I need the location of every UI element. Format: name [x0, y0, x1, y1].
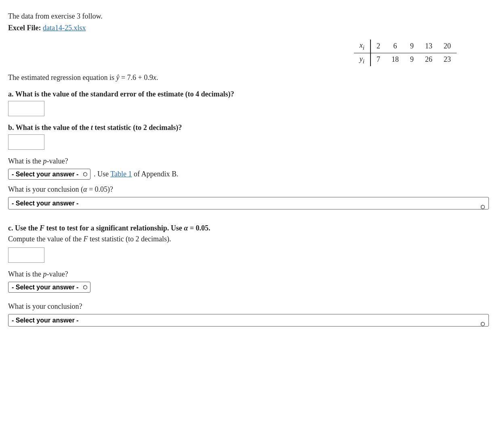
- p-value-b-select-wrapper: - Select your answer - p-value < 0.01 0.…: [8, 169, 91, 180]
- p-value-c-select-wrapper: - Select your answer - p-value < 0.01 0.…: [8, 282, 91, 293]
- table-row-x: xi 2 6 9 13 20: [354, 40, 457, 53]
- conclusion-c-select-wrapper: - Select your answer - Reject H₀ Do not …: [8, 314, 489, 334]
- table-header-xi: xi: [354, 40, 370, 53]
- part-b-input[interactable]: [8, 134, 44, 150]
- conclusion-b-select-wrapper: - Select your answer - Reject H₀ Do not …: [8, 197, 489, 217]
- p-value-b-label: What is the p-value?: [8, 157, 489, 165]
- p-value-b-section: What is the p-value? - Select your answe…: [8, 157, 489, 180]
- p-value-c-label: What is the p-value?: [8, 270, 489, 278]
- conclusion-b-select[interactable]: - Select your answer - Reject H₀ Do not …: [8, 197, 489, 209]
- part-b-label: b. What is the value of the t test stati…: [8, 124, 489, 132]
- table-cell-y1: 7: [370, 53, 386, 66]
- table-row-y: yi 7 18 9 26 23: [354, 53, 457, 66]
- table1-text: . Use Table 1 of Appendix B.: [94, 170, 178, 178]
- table-cell-y2: 18: [386, 53, 404, 66]
- intro-text: The data from exercise 3 follow.: [8, 12, 489, 21]
- data-table-section: xi 2 6 9 13 20 yi 7 18 9 26 23: [8, 40, 489, 66]
- p-value-c-section: What is the p-value? - Select your answe…: [8, 270, 489, 298]
- table-cell-x1: 2: [370, 40, 386, 53]
- conclusion-b-label: What is your conclusion (α = 0.05)?: [8, 185, 489, 194]
- part-b-question: What is the value of the t test statisti…: [16, 124, 182, 132]
- conclusion-b-section: What is your conclusion (α = 0.05)? - Se…: [8, 185, 489, 217]
- p-value-b-row: - Select your answer - p-value < 0.01 0.…: [8, 169, 489, 180]
- part-c-question2: Compute the value of the F test statisti…: [8, 235, 489, 243]
- part-c-section: c. Use the F test to test for a signific…: [8, 224, 489, 263]
- part-a-label: a. What is the value of the standard err…: [8, 90, 489, 98]
- data-table: xi 2 6 9 13 20 yi 7 18 9 26 23: [354, 40, 457, 66]
- conclusion-c-label: What is your conclusion?: [8, 302, 489, 311]
- excel-file-label: Excel File: data14-25.xlsx: [8, 24, 489, 32]
- part-a-section: a. What is the value of the standard err…: [8, 90, 489, 116]
- excel-label: Excel File:: [8, 24, 41, 32]
- table-cell-x3: 9: [404, 40, 419, 53]
- table-cell-x4: 13: [419, 40, 438, 53]
- conclusion-c-select[interactable]: - Select your answer - Reject H₀ Do not …: [8, 314, 489, 327]
- conclusion-c-section: What is your conclusion? - Select your a…: [8, 302, 489, 334]
- table-cell-y3: 9: [404, 53, 419, 66]
- p-value-c-select[interactable]: - Select your answer - p-value < 0.01 0.…: [8, 282, 91, 293]
- table-cell-y5: 23: [438, 53, 457, 66]
- excel-file-link[interactable]: data14-25.xlsx: [43, 24, 86, 32]
- part-c-label: c. Use the F test to test for a signific…: [8, 224, 489, 232]
- part-c-question1: Use the F test to test for a significant…: [15, 224, 211, 232]
- table1-link[interactable]: Table 1: [110, 170, 132, 178]
- table-cell-x2: 6: [386, 40, 404, 53]
- p-value-b-select[interactable]: - Select your answer - p-value < 0.01 0.…: [8, 169, 91, 180]
- part-c-input[interactable]: [8, 247, 44, 263]
- table-cell-x5: 20: [438, 40, 457, 53]
- part-b-section: b. What is the value of the t test stati…: [8, 124, 489, 150]
- table-header-yi: yi: [354, 53, 370, 66]
- table-cell-y4: 26: [419, 53, 438, 66]
- regression-equation: The estimated regression equation is ŷ =…: [8, 73, 489, 82]
- part-a-input[interactable]: [8, 101, 44, 116]
- part-a-question: What is the value of the standard error …: [15, 90, 234, 98]
